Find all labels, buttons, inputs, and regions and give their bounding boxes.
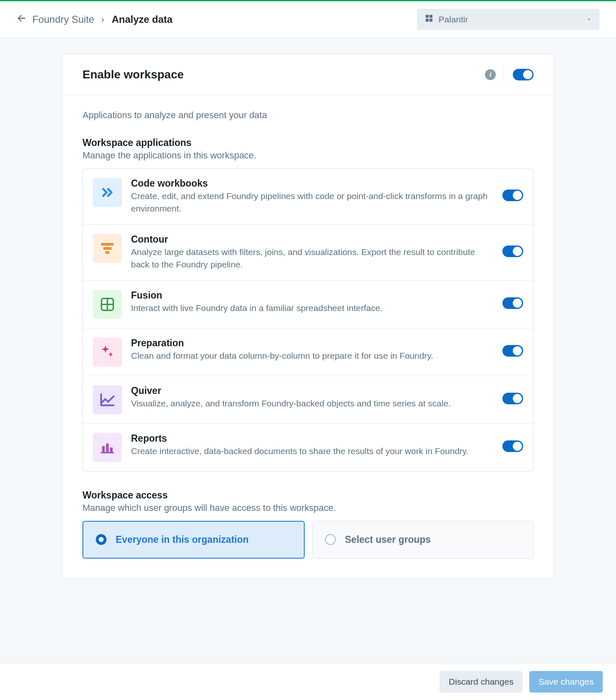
svg-rect-1 [426,15,429,18]
breadcrumb: Foundry Suite Analyze data [17,13,172,26]
app-row: ReportsCreate interactive, data-backed d… [83,424,533,471]
panel-description: Applications to analyze and present your… [82,110,534,121]
line-chart-icon [93,385,122,414]
access-section-subtitle: Manage which user groups will have acces… [82,503,534,513]
app-name: Preparation [131,338,488,349]
svg-rect-16 [110,447,112,453]
svg-rect-2 [429,15,432,18]
svg-rect-3 [426,19,429,22]
panel-title: Enable workspace [82,68,485,81]
bar-chart-icon [93,433,122,462]
app-description: Create interactive, data-backed document… [131,445,488,457]
info-icon[interactable]: i [485,69,496,80]
app-list: Code workbooksCreate, edit, and extend F… [82,168,534,472]
sparkle-icon [93,338,122,367]
apps-section-subtitle: Manage the applications in this workspac… [82,150,534,161]
svg-rect-4 [429,19,432,22]
app-row: FusionInteract with live Foundry data in… [83,281,533,328]
app-toggle[interactable] [502,297,523,309]
app-description: Create, edit, and extend Foundry pipelin… [131,190,488,215]
radio-unchecked-icon [325,534,336,545]
breadcrumb-parent[interactable]: Foundry Suite [32,14,94,25]
svg-rect-7 [103,247,112,250]
access-option-label: Everyone in this organization [116,534,249,545]
app-toggle[interactable] [502,245,523,257]
app-description: Analyze large datasets with filters, joi… [131,246,488,271]
access-option-select-groups[interactable]: Select user groups [312,521,534,559]
top-bar: Foundry Suite Analyze data Palantir [0,0,616,38]
access-options: Everyone in this organization Select use… [82,521,534,559]
double-chevron-icon [93,178,122,207]
funnel-icon [93,234,122,263]
app-description: Clean and format your data column-by-col… [131,350,488,362]
chevron-right-icon [100,14,106,25]
app-toggle[interactable] [502,440,523,452]
app-name: Code workbooks [131,178,488,189]
access-option-label: Select user groups [345,534,431,545]
access-section-title: Workspace access [82,490,534,501]
workspace-panel: Enable workspace i Applications to analy… [62,54,554,579]
svg-rect-15 [106,443,109,452]
app-description: Visualize, analyze, and transform Foundr… [131,397,488,410]
grid-icon [93,290,122,319]
svg-rect-8 [105,251,109,254]
back-arrow-icon[interactable] [17,13,27,26]
enable-workspace-toggle[interactable] [513,69,534,80]
organization-selector[interactable]: Palantir [417,9,599,30]
radio-checked-icon [96,534,107,545]
panel-header: Enable workspace i [63,55,553,95]
app-toggle[interactable] [502,345,523,357]
svg-marker-5 [588,19,591,20]
app-row: ContourAnalyze large datasets with filte… [83,225,533,281]
organization-name: Palantir [439,15,468,24]
access-option-everyone[interactable]: Everyone in this organization [82,521,305,559]
app-name: Fusion [131,290,488,301]
app-toggle[interactable] [502,190,523,201]
svg-rect-14 [102,446,104,453]
apps-section-title: Workspace applications [82,137,534,148]
app-name: Quiver [131,385,488,396]
divider [503,67,504,82]
app-name: Reports [131,433,488,444]
breadcrumb-current: Analyze data [112,14,172,25]
caret-down-icon [586,15,592,24]
app-name: Contour [131,234,488,245]
svg-rect-6 [101,243,114,246]
app-description: Interact with live Foundry data in a fam… [131,302,488,314]
app-row: PreparationClean and format your data co… [83,328,533,376]
app-toggle[interactable] [502,393,523,404]
app-row: QuiverVisualize, analyze, and transform … [83,376,533,424]
app-row: Code workbooksCreate, edit, and extend F… [83,169,533,225]
organization-icon [424,14,434,25]
